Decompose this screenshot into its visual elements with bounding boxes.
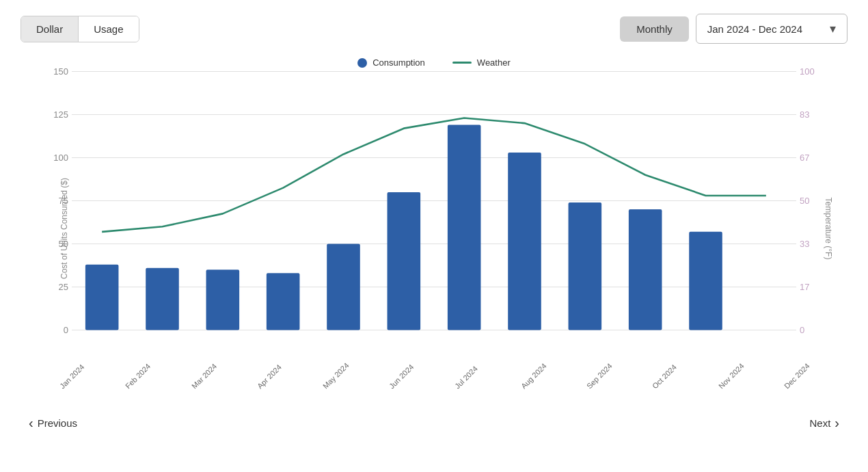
- page-container: Dollar Usage Monthly Jan 2024 - Dec 2024…: [0, 0, 868, 472]
- next-button[interactable]: Next: [801, 410, 847, 436]
- svg-rect-26: [388, 192, 421, 330]
- x-axis-label: Sep 2024: [585, 365, 610, 391]
- previous-label: Previous: [38, 417, 77, 429]
- svg-text:0: 0: [800, 324, 804, 335]
- x-axis-label: Jun 2024: [388, 365, 413, 391]
- svg-text:100: 100: [53, 152, 68, 162]
- svg-rect-30: [629, 209, 662, 330]
- svg-text:33: 33: [800, 238, 809, 248]
- chevron-right-icon: [835, 415, 839, 431]
- previous-button[interactable]: Previous: [21, 410, 85, 436]
- svg-text:100: 100: [800, 66, 815, 76]
- svg-rect-25: [327, 244, 360, 330]
- svg-rect-21: [85, 265, 119, 330]
- monthly-button[interactable]: Monthly: [620, 16, 689, 42]
- right-axis-label: Temperature (°F): [824, 198, 834, 260]
- x-axis-label: Apr 2024: [256, 365, 281, 391]
- svg-text:150: 150: [53, 66, 68, 76]
- weather-legend-line: [452, 62, 472, 64]
- date-range-label: Jan 2024 - Dec 2024: [707, 23, 802, 35]
- svg-text:17: 17: [800, 281, 809, 291]
- x-axis-label: Dec 2024: [783, 365, 808, 391]
- next-label: Next: [809, 417, 830, 429]
- svg-text:50: 50: [800, 195, 809, 205]
- chevron-left-icon: [29, 415, 33, 431]
- svg-text:25: 25: [59, 281, 68, 291]
- svg-text:125: 125: [53, 109, 68, 119]
- usage-button[interactable]: Usage: [79, 16, 138, 42]
- x-labels: Jan 2024Feb 2024Mar 2024Apr 2024May 2024…: [58, 384, 810, 393]
- svg-rect-24: [267, 273, 300, 330]
- x-axis-label: Nov 2024: [717, 365, 742, 391]
- chevron-down-icon: ▾: [830, 21, 836, 36]
- chart-inner: 002517503375501006712583150100: [58, 64, 810, 352]
- svg-text:50: 50: [59, 238, 68, 248]
- svg-rect-28: [508, 153, 541, 330]
- svg-text:75: 75: [59, 195, 68, 205]
- dollar-button[interactable]: Dollar: [21, 16, 79, 42]
- navigation-bar: Previous Next: [21, 403, 847, 443]
- svg-text:0: 0: [64, 324, 68, 335]
- svg-rect-29: [569, 202, 602, 330]
- svg-text:67: 67: [800, 152, 809, 162]
- x-axis-label: Mar 2024: [190, 365, 215, 391]
- toolbar: Dollar Usage Monthly Jan 2024 - Dec 2024…: [21, 14, 847, 44]
- svg-rect-22: [146, 268, 179, 330]
- x-axis-label: Jan 2024: [58, 365, 83, 391]
- x-axis-label: Oct 2024: [651, 365, 676, 391]
- x-axis-label: Aug 2024: [519, 365, 545, 391]
- svg-rect-23: [206, 270, 240, 330]
- x-axis-label: Feb 2024: [124, 365, 149, 391]
- date-range-dropdown[interactable]: Jan 2024 - Dec 2024 ▾: [696, 14, 847, 44]
- x-axis-label: May 2024: [321, 365, 347, 391]
- x-axis-label: Jul 2024: [453, 365, 478, 391]
- view-type-toggle: Dollar Usage: [21, 16, 139, 42]
- chart-svg: 002517503375501006712583150100: [58, 64, 810, 352]
- svg-text:83: 83: [800, 109, 809, 119]
- chart-area: Cost of Units Consumed ($) Temperature (…: [21, 57, 847, 399]
- svg-rect-31: [689, 232, 722, 330]
- svg-rect-27: [448, 125, 481, 330]
